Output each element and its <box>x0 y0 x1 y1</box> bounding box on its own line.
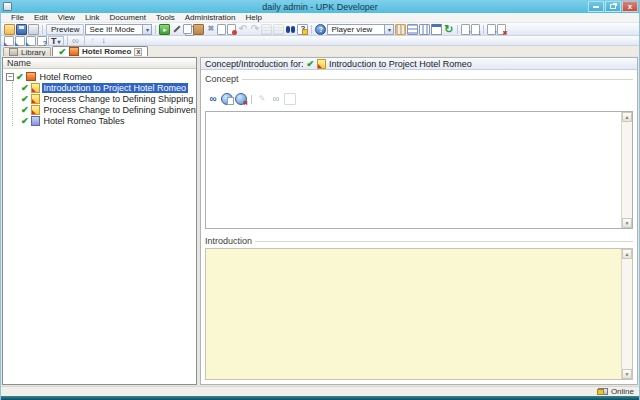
tree-item-root[interactable]: Hotel Romeo <box>3 71 196 82</box>
minimize-button[interactable] <box>588 1 604 12</box>
standard-toolbar: Preview See It! Mode Player view <box>1 23 639 36</box>
outline-toolbar: T <box>1 36 639 46</box>
introduction-content-box <box>205 248 633 380</box>
split-view-button[interactable] <box>419 24 430 35</box>
preview-button[interactable]: Preview <box>46 24 84 35</box>
collapse-all-button[interactable] <box>273 24 284 35</box>
tree-item-tables[interactable]: Hotel Romeo Tables <box>13 115 196 126</box>
concept-toolbar <box>207 93 633 105</box>
menu-edit[interactable]: Edit <box>29 13 53 22</box>
open-button[interactable] <box>4 24 15 35</box>
concept-content-area[interactable] <box>206 112 621 228</box>
tab-hotel-romeo[interactable]: Hotel Romeo <box>52 46 148 56</box>
menu-file[interactable]: File <box>6 13 29 22</box>
introduction-scrollbar[interactable] <box>621 249 632 379</box>
move-up-button[interactable] <box>88 36 98 46</box>
get-latest-version-button[interactable] <box>487 24 496 35</box>
new-webpage-button[interactable] <box>221 93 233 105</box>
player-view-value: Player view <box>328 25 384 34</box>
menu-link[interactable]: Link <box>80 13 105 22</box>
toolbar-separator <box>311 25 312 34</box>
print-button[interactable] <box>28 24 39 35</box>
delete-button[interactable] <box>205 24 216 35</box>
move-down-button[interactable] <box>99 36 109 46</box>
preview-webpage-button[interactable] <box>284 93 296 105</box>
edit-webpage-button[interactable] <box>256 93 268 105</box>
toolbar-separator <box>42 25 43 34</box>
scroll-up-icon[interactable] <box>622 112 632 122</box>
name-column-header[interactable]: Name <box>3 58 196 69</box>
outline-tree: Hotel Romeo Introduction to Project Hote… <box>3 69 196 384</box>
filter-button[interactable] <box>297 24 308 35</box>
refresh-button[interactable] <box>443 24 454 35</box>
menu-help[interactable]: Help <box>240 13 266 22</box>
new-question-button[interactable] <box>37 36 47 46</box>
document-tab-bar: Library Hotel Romeo <box>1 46 639 56</box>
play-mode-combobox[interactable]: See It! Mode <box>85 24 152 35</box>
toolbar-separator <box>84 36 85 45</box>
check-in-button[interactable] <box>461 24 470 35</box>
link-document-button[interactable] <box>71 36 81 46</box>
play-mode-value: See It! Mode <box>86 25 142 34</box>
menu-tools[interactable]: Tools <box>151 13 180 22</box>
scroll-up-icon[interactable] <box>622 249 632 259</box>
tree-item-shipping-methods[interactable]: Process Change to Defining Shipping Meth… <box>13 93 196 104</box>
restore-button[interactable] <box>605 1 621 12</box>
chevron-down-icon[interactable] <box>384 25 393 34</box>
introduction-content-area[interactable] <box>206 249 621 379</box>
tree-item-label: Introduction to Project Hotel Romeo <box>42 83 189 93</box>
menu-administration[interactable]: Administration <box>180 13 241 22</box>
check-out-button[interactable] <box>471 24 480 35</box>
tree-item-subinventories[interactable]: Process Change to Defining Subinventorie… <box>13 104 196 115</box>
tree-item-label: Process Change to Defining Subinventorie… <box>42 105 196 115</box>
checked-in-icon <box>16 72 24 82</box>
find-button[interactable] <box>285 24 296 35</box>
tree-item-label: Process Change to Defining Shipping Meth… <box>42 94 196 104</box>
close-tab-icon[interactable] <box>134 48 142 56</box>
delete-link-button[interactable] <box>235 93 247 105</box>
scroll-down-icon[interactable] <box>622 218 632 228</box>
record-button[interactable] <box>159 24 170 35</box>
scroll-down-icon[interactable] <box>622 369 632 379</box>
attachment-type-label: T <box>51 36 57 46</box>
expand-all-button[interactable] <box>261 24 272 35</box>
toolbar-separator <box>457 25 458 34</box>
redo-button[interactable] <box>249 24 260 35</box>
help-button[interactable] <box>315 24 326 35</box>
toolbar-separator <box>155 25 156 34</box>
menu-view[interactable]: View <box>53 13 80 22</box>
tab-hotel-romeo-label: Hotel Romeo <box>82 47 131 56</box>
list-view-button[interactable] <box>407 24 418 35</box>
chevron-down-icon[interactable] <box>142 25 151 34</box>
new-section-button[interactable] <box>15 36 25 46</box>
concept-scrollbar[interactable] <box>621 112 632 228</box>
introduction-group-label: Introduction <box>205 236 252 246</box>
properties-view-button[interactable] <box>431 24 442 35</box>
collapse-icon[interactable] <box>6 73 14 81</box>
rename-button[interactable] <box>217 24 226 35</box>
details-view-button[interactable] <box>395 24 406 35</box>
sound-editor-button[interactable] <box>171 24 182 35</box>
copy-button[interactable] <box>183 24 192 34</box>
save-button[interactable] <box>16 24 27 35</box>
group-rule <box>255 241 633 242</box>
tab-library[interactable]: Library <box>3 47 51 56</box>
new-topic-button[interactable] <box>26 36 36 46</box>
player-view-combobox[interactable]: Player view <box>327 24 394 35</box>
menu-document[interactable]: Document <box>105 13 151 22</box>
close-button[interactable] <box>622 1 638 12</box>
restore-document-button[interactable] <box>227 24 236 35</box>
group-rule <box>242 79 633 80</box>
online-status-icon <box>598 388 608 395</box>
new-module-button[interactable] <box>4 36 14 46</box>
undo-button[interactable] <box>237 24 248 35</box>
module-icon <box>69 47 79 56</box>
create-link-button[interactable] <box>207 93 219 105</box>
tree-item-introduction[interactable]: Introduction to Project Hotel Romeo <box>13 82 196 93</box>
cancel-check-out-button[interactable] <box>497 24 506 35</box>
app-icon[interactable] <box>3 2 12 11</box>
attachment-type-dropdown[interactable]: T <box>48 36 64 46</box>
concept-group-label: Concept <box>205 74 239 84</box>
broken-links-button[interactable] <box>270 93 282 105</box>
paste-button[interactable] <box>193 24 204 35</box>
